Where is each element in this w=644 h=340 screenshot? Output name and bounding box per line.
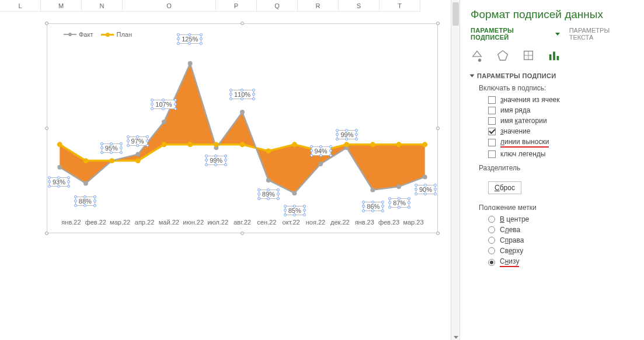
column-header[interactable]: O <box>123 0 216 12</box>
label-position-label: Положение метки <box>479 204 635 212</box>
radio-icon[interactable] <box>488 259 495 266</box>
radio-position-above[interactable]: Сверху <box>488 247 635 255</box>
radio-position-left[interactable]: Слева <box>488 226 635 234</box>
data-label[interactable]: 97% <box>128 136 148 146</box>
resize-handle[interactable] <box>45 22 48 25</box>
data-label[interactable]: 99% <box>337 130 357 139</box>
spreadsheet-area: LMNOPQRST Факт План 93%88%95%97%107%125%… <box>0 0 460 340</box>
x-axis-tick-label: янв.23 <box>352 219 377 226</box>
x-axis-tick-label: июл.22 <box>206 219 230 226</box>
svg-point-3 <box>135 152 140 157</box>
column-header[interactable]: M <box>41 0 82 12</box>
column-header[interactable]: Q <box>257 0 298 12</box>
radio-position-center[interactable]: В центре <box>488 215 635 223</box>
resize-handle[interactable] <box>45 232 48 235</box>
svg-point-0 <box>57 165 62 170</box>
data-label[interactable]: 95% <box>102 143 121 153</box>
data-label[interactable]: 87% <box>389 198 409 208</box>
resize-handle[interactable] <box>45 127 48 130</box>
svg-point-14 <box>423 174 427 179</box>
data-label[interactable]: 107% <box>152 100 175 109</box>
column-headers: LMNOPQRST <box>0 0 459 12</box>
tab-text-options[interactable]: ПАРАМЕТРЫ ТЕКСТА <box>569 27 635 41</box>
resize-handle[interactable] <box>436 232 440 235</box>
checkbox-icon[interactable] <box>488 150 496 158</box>
checkbox-leader-lines[interactable]: линии выноски <box>488 138 635 148</box>
data-label[interactable]: 99% <box>206 156 226 165</box>
checkbox-icon[interactable] <box>488 96 496 104</box>
data-label[interactable]: 94% <box>311 146 331 156</box>
x-axis-tick-label: мар.23 <box>401 219 426 226</box>
section-header-label-options[interactable]: ПАРАМЕТРЫ ПОДПИСИ <box>471 72 635 79</box>
radio-icon[interactable] <box>488 216 495 223</box>
x-axis-tick-label: сен.22 <box>255 219 279 226</box>
checkbox-label: ключ легенды <box>500 150 545 158</box>
pane-tabs: ПАРАМЕТРЫ ПОДПИСЕЙ ПАРАМЕТРЫ ТЕКСТА <box>471 27 635 41</box>
x-axis-tick-label: фев.23 <box>377 219 401 226</box>
chart-x-axis[interactable]: янв.22фев.22мар.22апр.22май.22июн.22июл.… <box>59 219 426 226</box>
data-label[interactable]: 110% <box>231 90 254 99</box>
section-header-text: ПАРАМЕТРЫ ПОДПИСИ <box>477 72 556 79</box>
chart-legend[interactable]: Факт План <box>64 31 132 38</box>
radio-label: Справа <box>500 236 524 244</box>
data-label[interactable]: 90% <box>416 185 436 194</box>
column-header[interactable]: L <box>0 0 41 12</box>
tab-label-options[interactable]: ПАРАМЕТРЫ ПОДПИСЕЙ <box>471 27 560 41</box>
svg-point-1 <box>83 181 88 186</box>
label-options-icon[interactable] <box>548 49 561 62</box>
resize-handle[interactable] <box>241 22 244 25</box>
legend-label: Факт <box>79 31 93 38</box>
checkbox-category-name[interactable]: имя категории <box>488 117 635 125</box>
legend-item-plan[interactable]: План <box>101 31 132 38</box>
checkbox-icon[interactable] <box>488 128 496 135</box>
fill-line-icon[interactable] <box>471 49 483 62</box>
checkbox-legend-key[interactable]: ключ легенды <box>488 150 635 158</box>
resize-handle[interactable] <box>436 22 440 25</box>
resize-handle[interactable] <box>436 127 440 130</box>
reset-button[interactable]: Сброс <box>488 181 521 194</box>
resize-handle[interactable] <box>241 232 244 235</box>
data-label[interactable]: 89% <box>259 190 279 199</box>
checkbox-value[interactable]: значение <box>488 127 635 135</box>
chart-plot-area[interactable]: 93%88%95%97%107%125%99%110%89%85%94%99%8… <box>59 47 426 209</box>
radio-icon[interactable] <box>488 237 495 244</box>
size-properties-icon[interactable] <box>522 49 535 62</box>
data-label[interactable]: 85% <box>285 206 305 215</box>
x-axis-tick-label: июн.22 <box>181 219 206 226</box>
svg-point-26 <box>344 142 349 147</box>
radio-icon[interactable] <box>488 247 495 254</box>
svg-point-4 <box>162 120 166 124</box>
radio-icon[interactable] <box>488 226 495 233</box>
radio-label: В центре <box>500 215 529 223</box>
radio-position-below[interactable]: Снизу <box>488 257 635 267</box>
column-header[interactable]: S <box>339 0 380 12</box>
legend-item-fact[interactable]: Факт <box>64 31 93 38</box>
x-axis-tick-label: май.22 <box>156 219 181 226</box>
scrollbar-thumb[interactable] <box>452 2 459 26</box>
x-axis-tick-label: авг.22 <box>230 219 255 226</box>
scrollbar-arrow-down-icon[interactable] <box>454 336 458 339</box>
x-axis-tick-label: фев.22 <box>83 219 108 226</box>
data-label[interactable]: 93% <box>49 177 69 187</box>
format-icon-row <box>471 49 635 62</box>
checkbox-icon[interactable] <box>488 107 496 114</box>
data-label[interactable]: 88% <box>75 197 95 206</box>
data-label[interactable]: 125% <box>178 34 201 44</box>
effects-icon[interactable] <box>496 49 509 62</box>
column-header[interactable]: N <box>82 0 123 12</box>
column-header[interactable]: R <box>298 0 339 12</box>
checkbox-values-from-cells[interactable]: значения из ячеек <box>488 96 635 104</box>
svg-point-28 <box>396 142 402 147</box>
column-header[interactable]: T <box>380 0 420 12</box>
column-header[interactable]: P <box>216 0 257 12</box>
checkbox-icon[interactable] <box>488 117 496 125</box>
checkbox-series-name[interactable]: имя ряда <box>488 106 635 114</box>
checkbox-icon[interactable] <box>488 139 496 146</box>
chart-object[interactable]: Факт План 93%88%95%97%107%125%99%110%89%… <box>47 23 438 233</box>
tab-label: ПАРАМЕТРЫ ПОДПИСЕЙ <box>471 27 553 41</box>
data-label[interactable]: 86% <box>363 202 383 211</box>
vertical-scrollbar[interactable] <box>451 0 459 340</box>
chevron-down-icon <box>555 33 560 36</box>
radio-position-right[interactable]: Справа <box>488 236 635 244</box>
x-axis-tick-label: мар.22 <box>108 219 133 226</box>
